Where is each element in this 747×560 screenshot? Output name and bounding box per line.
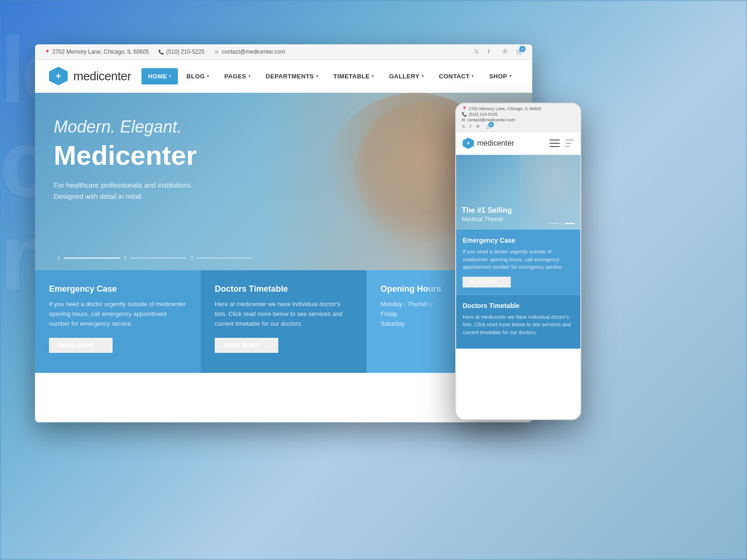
mobile-emergency-title: Emergency Case <box>463 237 574 244</box>
mobile-twitter-icon[interactable]: 𝕏 <box>462 124 465 129</box>
slide-line-2[interactable] <box>130 258 186 259</box>
mobile-top-bar: 📍 2702 Memory Lane, Chicago, IL 60605 📞 … <box>456 104 580 132</box>
address-item: 📍 2702 Memory Lane, Chicago, IL 60605 <box>44 49 149 55</box>
mobile-emergency-card: Emergency Case If you need a doctor urge… <box>456 230 580 295</box>
mobile-timetable-text: Here at medicenter we have individual do… <box>463 313 574 336</box>
slide-line-1[interactable] <box>64 258 120 259</box>
mobile-email-icon: ✉ <box>462 118 465 122</box>
mobile-device: 📍 2702 Memory Lane, Chicago, IL 60605 📞 … <box>455 103 581 420</box>
slide-line-3[interactable] <box>197 258 253 259</box>
emergency-read-more-button[interactable]: READ MORE → <box>49 338 113 353</box>
logo-icon: + <box>49 67 68 85</box>
departments-chevron: ▾ <box>316 74 319 78</box>
slide-num-1: 1 <box>54 255 64 261</box>
hamburger-line-1 <box>550 140 560 140</box>
mobile-timetable-title: Doctors Timetable <box>463 302 574 309</box>
mobile-facebook-icon[interactable]: f <box>470 124 471 129</box>
top-bar-left: 📍 2702 Memory Lane, Chicago, IL 60605 📞 … <box>44 49 285 55</box>
mobile-slide-num-2: 2 <box>561 221 564 226</box>
mobile-doctor-silhouette <box>520 155 580 230</box>
mobile-hero-title: The #1 Selling <box>462 206 512 216</box>
logo: + medicenter <box>49 67 131 85</box>
hero-desc: For healthcare professionals and institu… <box>54 180 197 202</box>
mobile-arrow-icon: → <box>500 280 505 285</box>
twitter-icon[interactable]: 𝕏 <box>474 48 481 56</box>
gallery-chevron: ▾ <box>422 74 424 78</box>
hero-content: Modern. Elegant. Medicenter For healthca… <box>54 116 197 202</box>
mobile-email-item: ✉ contact@medicenter.com <box>462 118 575 122</box>
nav-blog[interactable]: BLOG ▾ <box>180 68 216 84</box>
slide-num-2: 2 <box>120 255 130 261</box>
phone-text: (510) 210-5225 <box>166 49 204 55</box>
top-bar: 📍 2702 Memory Lane, Chicago, IL 60605 📞 … <box>35 44 532 60</box>
emergency-card: Emergency Case If you need a doctor urge… <box>35 270 201 373</box>
filter-icon[interactable] <box>565 140 574 147</box>
mobile-slide-dot-1[interactable] <box>550 223 559 224</box>
mobile-location-icon: 📍 <box>462 106 467 111</box>
nav-departments[interactable]: DEPARTMENTS ▾ <box>259 68 325 84</box>
shop-chevron: ▾ <box>509 74 512 78</box>
emergency-card-title: Emergency Case <box>49 284 187 294</box>
mobile-nav: + medicenter <box>456 132 580 155</box>
timetable-card-text: Here at medicenter we have individual do… <box>215 300 352 329</box>
nav-gallery[interactable]: GALLERY ▾ <box>382 68 430 84</box>
mobile-phone-icon: 📞 <box>462 112 467 117</box>
emergency-card-text: If you need a doctor urgently outside of… <box>49 300 187 329</box>
mobile-hero-subtitle: Medical Theme <box>462 216 512 223</box>
blog-chevron: ▾ <box>207 74 210 78</box>
nav-home[interactable]: HOME ▾ <box>141 68 178 84</box>
mobile-timetable-card: Doctors Timetable Here at medicenter we … <box>456 295 580 349</box>
mobile-phone-item: 📞 (510) 210-5225 <box>462 112 575 117</box>
home-chevron: ▾ <box>169 74 172 78</box>
arrow-right-icon: → <box>98 342 104 349</box>
mobile-nav-icons <box>550 140 574 147</box>
nav-shop[interactable]: SHOP ▾ <box>483 68 518 84</box>
timetable-chevron: ▾ <box>372 74 374 78</box>
top-bar-right: 𝕏 f ℗ 🛒 0 <box>474 48 523 56</box>
contact-chevron: ▾ <box>472 74 474 78</box>
nav-contact[interactable]: CONTACT ▾ <box>432 68 481 84</box>
facebook-icon[interactable]: f <box>488 48 495 56</box>
mobile-emergency-read-more-button[interactable]: READ MORE → <box>463 277 511 287</box>
mobile-cart-wrap[interactable]: 🛒 0 <box>486 124 492 129</box>
email-text: contact@medicenter.com <box>222 49 285 55</box>
hero-subtitle: Modern. Elegant. <box>54 116 197 138</box>
hamburger-line-3 <box>550 146 560 147</box>
email-item: ✉ contact@medicenter.com <box>214 49 285 55</box>
nav-timetable[interactable]: TIMETABLE ▾ <box>327 68 381 84</box>
address-text: 2702 Memory Lane, Chicago, IL 60605 <box>52 49 149 55</box>
mobile-hero: The #1 Selling Medical Theme 2 <box>456 155 580 230</box>
nav-bar: + medicenter HOME ▾ BLOG ▾ PAGES ▾ DEPAR… <box>35 60 532 93</box>
hamburger-menu-button[interactable] <box>550 140 560 147</box>
nav-pages[interactable]: PAGES ▾ <box>218 68 257 84</box>
hamburger-line-2 <box>550 143 560 144</box>
slider-nav: 1 2 3 <box>54 255 253 261</box>
cart-badge: 0 <box>519 46 526 52</box>
mobile-logo-text: medicenter <box>477 139 514 147</box>
mobile-cart-badge: 0 <box>488 122 494 127</box>
mobile-pinterest-icon[interactable]: ℗ <box>476 124 480 129</box>
arrow-right-icon-2: → <box>264 342 270 349</box>
logo-text: medicenter <box>73 69 131 84</box>
timetable-card: Doctors Timetable Here at medicenter we … <box>201 270 366 373</box>
phone-icon: 📞 <box>158 49 164 55</box>
pinterest-icon[interactable]: ℗ <box>502 48 509 56</box>
timetable-card-title: Doctors Timetable <box>215 284 352 294</box>
timetable-read-more-button[interactable]: READ MORE → <box>215 338 278 353</box>
mobile-hero-content: The #1 Selling Medical Theme <box>462 206 512 223</box>
mobile-address-item: 📍 2702 Memory Lane, Chicago, IL 60605 <box>462 106 575 111</box>
pages-chevron: ▾ <box>248 74 251 78</box>
email-icon: ✉ <box>214 49 219 55</box>
mobile-address-text: 2702 Memory Lane, Chicago, IL 60605 <box>469 106 541 111</box>
mobile-phone-text: (510) 210-5225 <box>469 112 498 117</box>
location-icon: 📍 <box>44 49 50 55</box>
mobile-logo-icon: + <box>463 138 474 149</box>
mobile-emergency-text: If you need a doctor urgently outside of… <box>463 248 574 271</box>
mobile-slide-dot-2[interactable] <box>565 223 575 224</box>
hero-title: Medicenter <box>54 140 197 170</box>
nav-menu: HOME ▾ BLOG ▾ PAGES ▾ DEPARTMENTS ▾ TIME… <box>141 68 518 84</box>
mobile-slider-nav: 2 <box>550 221 575 226</box>
mobile-logo: + medicenter <box>463 138 514 149</box>
phone-item: 📞 (510) 210-5225 <box>158 49 204 55</box>
cart-icon-wrap[interactable]: 🛒 0 <box>516 49 523 55</box>
